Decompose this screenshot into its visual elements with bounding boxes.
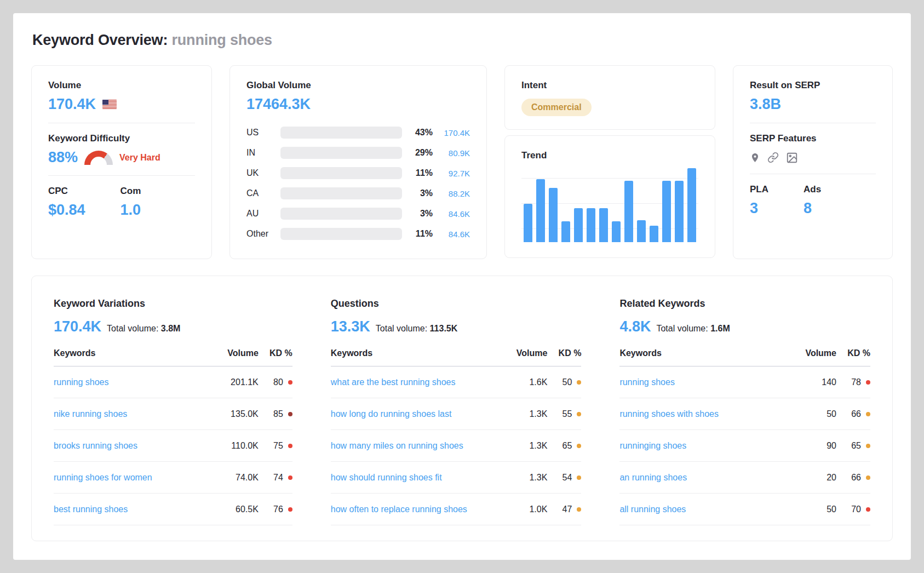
country-percent: 11%	[410, 168, 433, 178]
country-volume-link[interactable]: 170.4K	[440, 128, 470, 137]
kd-cell: 66	[836, 473, 870, 483]
keyword-link[interactable]: all running shoes	[619, 505, 797, 514]
cpc-label: CPC	[48, 186, 85, 197]
total-volume-label: Total volume:	[376, 324, 427, 333]
trend-bar	[587, 208, 595, 242]
page-title-prefix: Keyword Overview:	[32, 32, 168, 48]
keywords-column-header: Keywords	[54, 348, 219, 358]
trend-bar	[637, 220, 646, 243]
ads-block: Ads 8	[804, 184, 821, 217]
keyword-link[interactable]: runninging shoes	[619, 441, 797, 451]
trend-bar	[624, 181, 633, 242]
keyword-link[interactable]: how often to replace running shoes	[331, 505, 508, 514]
keyword-link[interactable]: brooks running shoes	[54, 441, 219, 451]
keyword-link[interactable]: best running shoes	[54, 505, 219, 514]
country-volume-link[interactable]: 88.2K	[440, 189, 470, 198]
kd-cell: 50	[547, 377, 581, 387]
total-volume-value: 113.5K	[430, 324, 458, 333]
country-volume-link[interactable]: 84.6K	[440, 209, 470, 219]
keyword-link[interactable]: running shoes for women	[54, 473, 219, 483]
com-label: Com	[120, 186, 141, 197]
us-flag-icon	[102, 100, 117, 109]
page-title-keyword: running shoes	[172, 32, 272, 48]
intent-trend-column: Intent Commercial Trend	[504, 65, 715, 258]
volume-value: 90	[797, 441, 836, 451]
volume-value: 50	[797, 409, 836, 419]
keyword-link[interactable]: an running shoes	[619, 473, 797, 483]
volume-value: 170.4K	[48, 96, 96, 113]
com-value: 1.0	[120, 202, 141, 219]
kd-cell: 80	[259, 377, 292, 387]
intent-card: Intent Commercial	[504, 65, 715, 130]
kd-value: 65	[851, 441, 861, 451]
country-volume-link[interactable]: 84.6K	[440, 230, 470, 239]
country-bar	[280, 187, 402, 199]
kd-value: 80	[273, 377, 283, 387]
keyword-link[interactable]: how should running shoes fit	[331, 473, 508, 483]
table-row: runninging shoes 90 65	[619, 430, 870, 462]
kd-cell: 75	[259, 441, 292, 451]
country-label: IN	[246, 148, 273, 158]
country-bar	[280, 208, 402, 220]
total-volume-label: Total volume:	[656, 324, 708, 333]
kd-cell: 65	[547, 441, 581, 451]
keyword-difficulty-value: 88%	[48, 150, 78, 166]
kd-cell: 78	[836, 377, 870, 387]
country-percent: 3%	[410, 188, 433, 198]
ads-label: Ads	[804, 184, 821, 195]
keyword-link[interactable]: what are the best running shoes	[331, 377, 508, 387]
kd-value: 65	[563, 441, 572, 451]
kd-column-header: KD %	[547, 348, 581, 358]
volume-label: Volume	[48, 80, 195, 91]
intent-label: Intent	[521, 80, 698, 91]
kd-value: 50	[563, 377, 572, 387]
kd-dot	[288, 475, 292, 480]
volume-value: 50	[797, 505, 836, 514]
volume-column-header: Volume	[508, 348, 547, 358]
keyword-link[interactable]: running shoes	[54, 377, 219, 387]
keyword-link[interactable]: nike running shoes	[54, 409, 219, 419]
related-keywords-count: 4.8K	[619, 318, 651, 335]
kd-value: 66	[851, 409, 861, 419]
volume-value: 140	[797, 377, 836, 387]
kd-cell: 65	[836, 441, 870, 451]
global-volume-value: 17464.3K	[246, 96, 470, 113]
country-volume-link[interactable]: 92.7K	[440, 169, 470, 178]
table-header: Keywords Volume KD %	[54, 348, 292, 366]
volume-difficulty-card: Volume 170.4K	[31, 65, 212, 259]
kd-dot	[288, 380, 292, 385]
country-label: CA	[246, 188, 273, 198]
country-row: AU 3% 84.6K	[246, 204, 470, 224]
kd-cell: 66	[836, 409, 870, 419]
keyword-link[interactable]: how long do running shoes last	[331, 409, 508, 419]
global-volume-label: Global Volume	[246, 80, 470, 91]
kd-cell: 54	[547, 473, 581, 483]
kd-dot	[577, 412, 581, 416]
kd-dot	[577, 444, 581, 448]
kd-value: 70	[851, 505, 861, 514]
result-on-serp-label: Result on SERP	[750, 80, 876, 91]
table-row: an running shoes 20 66	[619, 462, 870, 494]
volume-value: 60.5K	[219, 505, 259, 514]
total-volume-label: Total volume:	[107, 324, 158, 333]
keyword-link[interactable]: running shoes	[619, 377, 797, 387]
table-row: how long do running shoes last 1.3K 55	[331, 398, 582, 430]
intent-badge[interactable]: Commercial	[521, 99, 592, 116]
keyword-link[interactable]: running shoes with shoes	[619, 409, 797, 419]
country-label: AU	[246, 209, 273, 219]
result-on-serp-value: 3.8B	[750, 96, 876, 113]
volume-value: 1.6K	[508, 377, 547, 387]
country-volume-link[interactable]: 80.9K	[440, 148, 470, 158]
divider	[48, 123, 195, 123]
kd-value: 85	[273, 409, 283, 419]
questions-title: Questions	[331, 298, 582, 310]
kd-dot	[288, 444, 292, 448]
keyword-link[interactable]: how many miles on running shoes	[331, 441, 508, 451]
questions-section: Questions 13.3K Total volume: 113.5K Key…	[331, 298, 582, 525]
country-row: Other 11% 84.6K	[246, 224, 470, 244]
table-row: what are the best running shoes 1.6K 50	[331, 366, 582, 398]
table-row: how often to replace running shoes 1.0K …	[331, 494, 582, 525]
country-row: IN 29% 80.9K	[246, 143, 470, 163]
trend-bar	[599, 208, 608, 242]
keyword-variations-title: Keyword Variations	[54, 298, 292, 310]
